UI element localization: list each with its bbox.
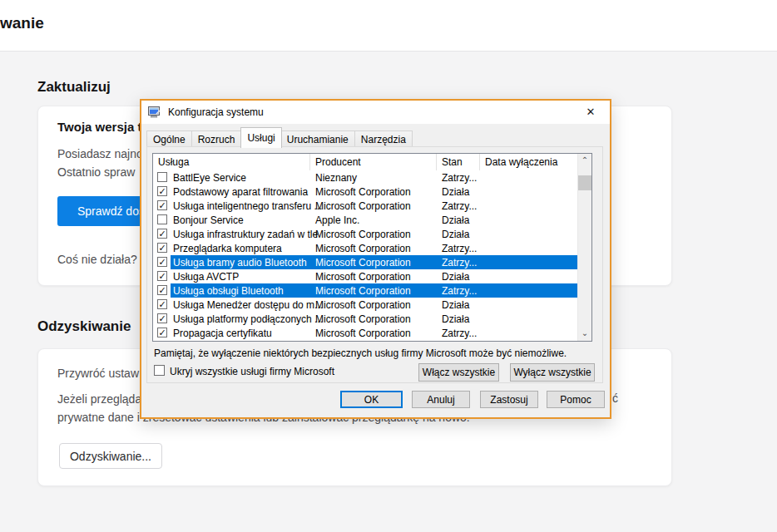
service-checkbox[interactable]: ✓ bbox=[157, 186, 167, 196]
service-checkbox[interactable]: ✓ bbox=[157, 200, 167, 210]
cell-prod: Microsoft Corporation bbox=[315, 313, 411, 325]
scrollbar-thumb[interactable] bbox=[578, 175, 591, 190]
apply-button[interactable]: Zastosuj bbox=[480, 391, 538, 408]
close-icon[interactable]: ✕ bbox=[575, 101, 606, 124]
cell-prod: Microsoft Corporation bbox=[315, 186, 411, 198]
services-listview: Usługa Producent Stan Data wyłączenia Ba… bbox=[152, 153, 592, 342]
table-row[interactable]: ✓Usługa Menedżer dostępu do m...Microsof… bbox=[153, 298, 577, 312]
recovery-paragraph-line1: Jeżeli przegląda bbox=[57, 392, 141, 406]
column-header-producer[interactable]: Producent bbox=[315, 156, 361, 168]
recovery-button[interactable]: Odzyskiwanie... bbox=[59, 443, 162, 469]
msconfig-icon bbox=[148, 106, 161, 119]
table-row[interactable]: ✓Usługa obsługi BluetoothMicrosoft Corpo… bbox=[153, 283, 577, 298]
cancel-button[interactable]: Anuluj bbox=[412, 391, 470, 408]
service-checkbox[interactable]: ✓ bbox=[157, 243, 167, 253]
cell-prod: Nieznany bbox=[315, 172, 357, 184]
cell-stan: Zatrzy... bbox=[442, 285, 477, 297]
tab-narzędzia[interactable]: Narzędzia bbox=[355, 131, 413, 148]
cell-svc: Usługa bramy audio Bluetooth bbox=[173, 257, 307, 268]
cell-prod: Microsoft Corporation bbox=[315, 257, 411, 268]
cell-stan: Działa bbox=[442, 271, 469, 283]
cell-stan: Zatrzy... bbox=[442, 200, 477, 212]
service-checkbox[interactable]: ✓ bbox=[157, 299, 167, 309]
table-row[interactable]: ✓Usługa AVCTPMicrosoft CorporationDziała bbox=[153, 269, 577, 283]
dialog-titlebar[interactable]: Konfiguracja systemu ✕ bbox=[141, 101, 610, 124]
cell-prod: Microsoft Corporation bbox=[315, 328, 411, 339]
column-separator bbox=[436, 154, 437, 170]
table-row[interactable]: BattlEye ServiceNieznanyZatrzy... bbox=[153, 170, 577, 185]
table-row[interactable]: ✓Przeglądarka komputeraMicrosoft Corpora… bbox=[153, 241, 577, 255]
cell-svc: Usługa Menedżer dostępu do m... bbox=[173, 299, 323, 311]
cell-svc: BattlEye Service bbox=[173, 172, 246, 184]
hide-microsoft-services-label: Ukryj wszystkie usługi firmy Microsoft bbox=[170, 366, 334, 377]
cell-svc: Propagacja certyfikatu bbox=[173, 328, 272, 339]
cell-stan: Zatrzy... bbox=[442, 243, 477, 254]
cell-prod: Microsoft Corporation bbox=[315, 200, 411, 212]
cell-svc: Usługa AVCTP bbox=[173, 271, 239, 283]
msconfig-dialog: Konfiguracja systemu ✕ OgólneRozruchUsłu… bbox=[140, 99, 611, 419]
ok-button[interactable]: OK bbox=[340, 391, 403, 408]
cell-prod: Apple Inc. bbox=[315, 214, 359, 226]
recovery-intro-text: Przywróć ustaw bbox=[57, 367, 139, 380]
cell-svc: Usługa platformy podłączonych ... bbox=[173, 313, 323, 325]
something-wrong-link[interactable]: Coś nie działa? bbox=[57, 253, 137, 266]
cell-stan: Działa bbox=[442, 229, 469, 240]
cell-svc: Przeglądarka komputera bbox=[173, 243, 282, 254]
tab-ogólne[interactable]: Ogólne bbox=[146, 131, 192, 148]
services-tab-panel: Usługa Producent Stan Data wyłączenia Ba… bbox=[146, 146, 603, 383]
tab-rozruch[interactable]: Rozruch bbox=[192, 131, 242, 148]
update-section-heading: Zaktualizuj bbox=[37, 79, 111, 96]
service-checkbox[interactable] bbox=[157, 172, 167, 182]
cell-stan: Zatrzy... bbox=[442, 328, 477, 339]
update-status-line2: Ostatnio spraw bbox=[57, 165, 135, 179]
table-row[interactable]: Bonjour ServiceApple Inc.Działa bbox=[153, 213, 577, 227]
cell-svc: Usługa infrastruktury zadań w tle bbox=[173, 229, 318, 240]
service-checkbox[interactable]: ✓ bbox=[157, 229, 167, 239]
tab-usługi[interactable]: Usługi bbox=[240, 127, 281, 148]
table-row[interactable]: ✓Podstawowy aparat filtrowaniaMicrosoft … bbox=[153, 185, 577, 199]
column-header-service[interactable]: Usługa bbox=[158, 156, 189, 168]
service-checkbox[interactable]: ✓ bbox=[157, 285, 167, 295]
service-checkbox[interactable]: ✓ bbox=[157, 271, 167, 281]
column-separator bbox=[309, 154, 310, 170]
cell-svc: Usługa inteligentnego transferu ... bbox=[173, 200, 322, 212]
scroll-down-icon[interactable]: ⌄ bbox=[578, 327, 591, 341]
dialog-title: Konfiguracja systemu bbox=[168, 106, 264, 118]
recovery-section-heading: Odzyskiwanie bbox=[37, 318, 131, 335]
column-separator bbox=[479, 154, 480, 170]
cell-prod: Microsoft Corporation bbox=[315, 285, 411, 297]
cell-svc: Usługa obsługi Bluetooth bbox=[173, 285, 284, 297]
table-row[interactable]: ✓Usługa inteligentnego transferu ...Micr… bbox=[153, 199, 577, 213]
page-title: wanie bbox=[0, 14, 44, 32]
cell-stan: Działa bbox=[442, 186, 469, 198]
service-checkbox[interactable]: ✓ bbox=[157, 313, 167, 323]
cell-svc: Bonjour Service bbox=[173, 214, 244, 226]
table-row[interactable]: ✓Propagacja certyfikatuMicrosoft Corpora… bbox=[153, 326, 577, 340]
hide-microsoft-services-checkbox[interactable] bbox=[154, 365, 165, 376]
table-header: Usługa Producent Stan Data wyłączenia bbox=[153, 154, 577, 170]
cell-stan: Działa bbox=[442, 299, 469, 311]
table-row[interactable]: ✓Usługa bramy audio BluetoothMicrosoft C… bbox=[153, 255, 577, 269]
disable-all-button[interactable]: Wyłącz wszystkie bbox=[510, 363, 595, 382]
cell-prod: Microsoft Corporation bbox=[315, 243, 411, 254]
cell-stan: Działa bbox=[442, 214, 469, 226]
table-row[interactable]: ✓Usługa platformy podłączonych ...Micros… bbox=[153, 312, 577, 326]
help-button[interactable]: Pomoc bbox=[547, 391, 605, 408]
service-checkbox[interactable] bbox=[157, 214, 167, 224]
cell-stan: Zatrzy... bbox=[442, 257, 477, 268]
column-header-disable-date[interactable]: Data wyłączenia bbox=[485, 156, 557, 168]
cell-svc: Podstawowy aparat filtrowania bbox=[173, 186, 308, 198]
service-checkbox[interactable]: ✓ bbox=[157, 328, 167, 337]
enable-all-button[interactable]: Włącz wszystkie bbox=[418, 363, 499, 382]
column-header-state[interactable]: Stan bbox=[442, 156, 463, 168]
service-checkbox[interactable]: ✓ bbox=[157, 257, 167, 267]
table-row[interactable]: ✓Usługa infrastruktury zadań w tleMicros… bbox=[153, 227, 577, 241]
dialog-tabs: OgólneRozruchUsługiUruchamianieNarzędzia bbox=[146, 127, 413, 148]
update-status-line1: Posiadasz najno bbox=[57, 147, 143, 160]
services-note-text: Pamiętaj, że wyłączenie niektórych bezpi… bbox=[154, 347, 567, 359]
version-card-title: Twoja wersja to bbox=[57, 120, 150, 134]
tab-uruchamianie[interactable]: Uruchamianie bbox=[281, 131, 355, 148]
scroll-up-icon[interactable]: ⌃ bbox=[578, 154, 591, 168]
vertical-scrollbar[interactable]: ⌃ ⌄ bbox=[577, 154, 591, 341]
recovery-paragraph-line1-tail: ć bbox=[612, 392, 618, 405]
